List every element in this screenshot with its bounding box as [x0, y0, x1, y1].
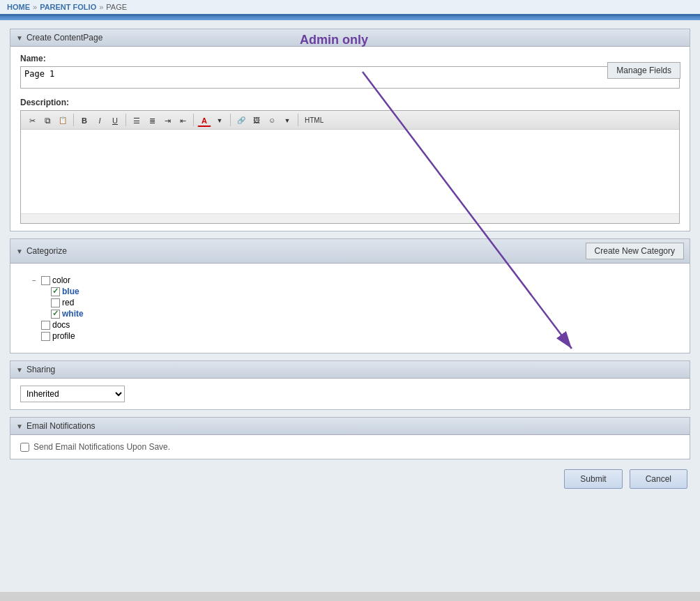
cancel-button[interactable]: Cancel [630, 469, 687, 489]
submit-button[interactable]: Submit [564, 469, 622, 489]
italic-button[interactable]: I [93, 113, 107, 127]
tree-toggle-color[interactable]: − [32, 277, 39, 284]
paste-button[interactable]: 📋 [56, 113, 70, 127]
page-wrapper: HOME » PARENT FOLIO » PAGE Admin only Ma… [0, 0, 700, 601]
tree-checkbox-red[interactable] [51, 298, 60, 307]
sharing-panel-title: Sharing [26, 365, 55, 374]
create-new-category-button[interactable]: Create New Category [586, 243, 684, 259]
categorize-panel-header: ▼ Categorize Create New Category [10, 239, 690, 264]
rte-statusbar [21, 213, 679, 223]
tree-item-blue: blue [20, 286, 680, 297]
tb-sep1 [73, 114, 74, 126]
underline-button[interactable]: U [108, 113, 122, 127]
tb-sep3 [193, 114, 194, 126]
create-panel-title: Create ContentPage [26, 33, 102, 43]
breadcrumb-page: PAGE [106, 3, 127, 11]
manage-fields-button[interactable]: Manage Fields [607, 62, 680, 79]
rte-container: ✂ ⧉ 📋 B I U ☰ ≣ ⇥ ⇤ [20, 110, 680, 224]
tree-checkbox-profile[interactable] [41, 332, 50, 341]
description-label: Description: [20, 98, 680, 107]
tree-item-color: − color [20, 275, 680, 286]
breadcrumb: HOME » PARENT FOLIO » PAGE [0, 0, 700, 16]
breadcrumb-parent[interactable]: PARENT FOLIO [40, 3, 96, 11]
breadcrumb-sep2: » [99, 3, 103, 11]
breadcrumb-sep1: » [33, 3, 37, 11]
name-label: Name: [20, 54, 680, 63]
tree-label-white: white [62, 309, 84, 319]
tree-checkbox-white[interactable] [51, 310, 60, 319]
copy-button[interactable]: ⧉ [40, 113, 54, 127]
sharing-panel-body: Inherited Public Private [10, 379, 690, 409]
tree-label-red: red [62, 298, 74, 307]
indent-button[interactable]: ⇥ [160, 113, 174, 127]
email-checkbox[interactable] [20, 443, 29, 452]
email-panel-body: Send Email Notifications Upon Save. [10, 435, 690, 459]
categorize-panel-title: Categorize [26, 246, 67, 256]
outdent-button[interactable]: ⇤ [176, 113, 190, 127]
category-tree: − color blue [20, 271, 680, 346]
tree-checkbox-color[interactable] [41, 276, 50, 285]
tb-sep4 [230, 114, 231, 126]
name-input[interactable]: Page 1 [20, 66, 680, 89]
ul-button[interactable]: ☰ [130, 113, 144, 127]
bold-button[interactable]: B [77, 113, 91, 127]
image-button[interactable]: 🖼 [250, 113, 264, 127]
spell-dropdown[interactable]: ▼ [280, 113, 294, 127]
rte-toolbar: ✂ ⧉ 📋 B I U ☰ ≣ ⇥ ⇤ [21, 111, 679, 130]
smiley-button[interactable]: ☺ [265, 113, 279, 127]
breadcrumb-home[interactable]: HOME [7, 3, 30, 11]
name-field-group: Name: Page 1 [20, 54, 680, 91]
tree-item-white: white [20, 308, 680, 319]
ol-button[interactable]: ≣ [145, 113, 159, 127]
bottom-buttons: Submit Cancel [10, 469, 690, 489]
tb-sep5 [298, 114, 298, 126]
email-toggle-icon[interactable]: ▼ [16, 423, 23, 430]
tree-label-profile: profile [52, 331, 75, 341]
sharing-toggle-icon[interactable]: ▼ [16, 366, 23, 374]
sharing-select[interactable]: Inherited Public Private [20, 386, 125, 402]
sharing-panel-header: ▼ Sharing [10, 361, 690, 379]
tree-checkbox-blue[interactable] [51, 287, 60, 296]
categorize-header-left: ▼ Categorize [16, 246, 67, 256]
tree-checkbox-docs[interactable] [41, 321, 50, 330]
categorize-toggle-icon[interactable]: ▼ [16, 248, 23, 255]
tree-label-docs: docs [52, 320, 70, 330]
tree-item-red: red [20, 297, 680, 308]
rte-body[interactable] [21, 130, 679, 213]
create-panel-header: ▼ Create ContentPage [10, 29, 690, 47]
categorize-panel-body: − color blue [10, 264, 690, 353]
email-checkbox-label: Send Email Notifications Upon Save. [33, 442, 170, 452]
create-toggle-icon[interactable]: ▼ [16, 34, 23, 42]
tb-sep2 [125, 114, 126, 126]
link-button[interactable]: 🔗 [234, 113, 248, 127]
create-panel-body: Name: Page 1 Description: ✂ ⧉ 📋 B [10, 47, 690, 231]
tree-label-color: color [52, 275, 70, 285]
email-panel-header: ▼ Email Notifications [10, 418, 690, 435]
main-content: Admin only Manage Fields ▼ Create Conten… [0, 20, 700, 592]
fontcolor-button[interactable]: A [197, 113, 211, 127]
create-panel: ▼ Create ContentPage Name: Page 1 Descri… [10, 29, 690, 231]
fontcolor-dropdown[interactable]: ▼ [213, 113, 227, 127]
html-button[interactable]: HTML [302, 113, 326, 127]
email-checkbox-row: Send Email Notifications Upon Save. [20, 442, 680, 452]
email-panel-title: Email Notifications [26, 421, 96, 431]
tree-label-blue: blue [62, 287, 79, 296]
tree-item-docs: docs [20, 319, 680, 330]
sharing-panel: ▼ Sharing Inherited Public Private [10, 360, 690, 410]
tree-item-profile: profile [20, 330, 680, 342]
categorize-panel: ▼ Categorize Create New Category − color [10, 238, 690, 353]
cut-button[interactable]: ✂ [25, 113, 39, 127]
description-field-group: Description: ✂ ⧉ 📋 B I U ☰ [20, 98, 680, 224]
email-panel: ▼ Email Notifications Send Email Notific… [10, 417, 690, 459]
